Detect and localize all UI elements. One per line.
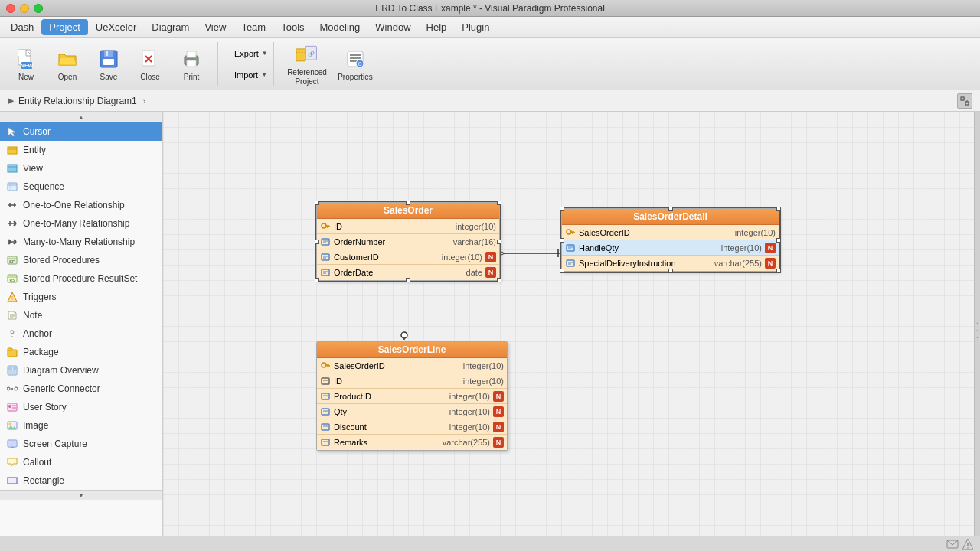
handle-tl[interactable] bbox=[560, 207, 564, 211]
panel-item-sequence[interactable]: Sequence bbox=[0, 178, 162, 196]
svg-rect-92 bbox=[8, 441, 16, 446]
panel-item-one-to-one[interactable]: One-to-One Relationship bbox=[0, 196, 162, 214]
sol-row-id[interactable]: ID integer(10) bbox=[317, 373, 507, 389]
scroll-up[interactable]: ▲ bbox=[0, 112, 162, 122]
panel-item-many-to-many[interactable]: Many-to-Many Relationship bbox=[0, 233, 162, 251]
sales-order-row-customerid[interactable]: CustomerID integer(10) N bbox=[317, 249, 499, 265]
properties-button[interactable]: ⚙ Properties bbox=[335, 42, 375, 86]
notification-icon[interactable] bbox=[962, 538, 974, 550]
handle-tl[interactable] bbox=[315, 201, 319, 205]
handle-bl[interactable] bbox=[560, 269, 564, 273]
handle-tr[interactable] bbox=[776, 207, 781, 211]
svg-rect-113 bbox=[322, 254, 329, 260]
handle-tm[interactable] bbox=[406, 201, 410, 205]
referenced-project-button[interactable]: 🔗 Referenced Project bbox=[280, 42, 334, 86]
sol-row-remarks[interactable]: Remarks varchar(255) N bbox=[317, 435, 507, 450]
field-type: integer(10) bbox=[735, 228, 776, 237]
maximize-button[interactable] bbox=[34, 4, 43, 13]
panel-item-entity[interactable]: Entity bbox=[0, 141, 162, 159]
menu-view[interactable]: View bbox=[197, 19, 234, 35]
panel-item-stored-proc-result[interactable]: RS Stored Procedure ResultSet bbox=[0, 269, 162, 288]
save-button[interactable]: Save bbox=[89, 42, 129, 86]
rectangle-icon bbox=[6, 474, 18, 487]
field-name: OrderNumber bbox=[334, 237, 450, 246]
panel-item-cursor[interactable]: Cursor bbox=[0, 122, 162, 141]
col-icon bbox=[565, 243, 576, 253]
right-resize-handle[interactable]: · · · bbox=[974, 112, 980, 551]
callout-icon bbox=[6, 456, 18, 468]
diagram-overview-icon bbox=[6, 364, 18, 377]
canvas-area[interactable]: SalesOrder ID integer(10) OrderNumber va… bbox=[163, 112, 980, 551]
panel-item-anchor[interactable]: Anchor bbox=[0, 324, 162, 343]
svg-rect-74 bbox=[8, 348, 12, 350]
panel-item-rectangle[interactable]: Rectangle bbox=[0, 471, 162, 490]
sol-row-salesorderid[interactable]: SalesOrderID integer(10) bbox=[317, 358, 507, 373]
handle-ml[interactable] bbox=[315, 240, 319, 244]
panel-item-view[interactable]: View bbox=[0, 159, 162, 178]
export-split-button[interactable]: Export ▼ bbox=[226, 44, 272, 64]
breadcrumb-diagram[interactable]: Entity Relationship Diagram1 bbox=[18, 96, 137, 106]
resize-dots: · · · bbox=[973, 322, 980, 341]
panel-item-triggers[interactable]: ! Triggers bbox=[0, 288, 162, 306]
handle-ml[interactable] bbox=[560, 238, 564, 243]
handle-bm[interactable] bbox=[406, 278, 410, 282]
panel-item-generic-connector[interactable]: Generic Connector bbox=[0, 380, 162, 398]
handle-bm[interactable] bbox=[668, 269, 673, 273]
menu-help[interactable]: Help bbox=[419, 19, 455, 35]
handle-tm[interactable] bbox=[668, 207, 673, 211]
minimize-button[interactable] bbox=[20, 4, 29, 13]
menu-diagram[interactable]: Diagram bbox=[144, 19, 197, 35]
handle-br[interactable] bbox=[497, 278, 501, 282]
panel-item-one-to-many[interactable]: One-to-Many Relationship bbox=[0, 214, 162, 233]
sol-row-productid[interactable]: ProductID integer(10) N bbox=[317, 389, 507, 404]
import-split-button[interactable]: Import ▼ bbox=[226, 65, 272, 85]
sales-order-row-ordernumber[interactable]: OrderNumber varchar(16) bbox=[317, 234, 499, 249]
menu-tools[interactable]: Tools bbox=[273, 19, 312, 35]
close-button[interactable] bbox=[6, 4, 15, 13]
fit-icon bbox=[960, 96, 969, 106]
panel-item-image[interactable]: Image bbox=[0, 416, 162, 435]
menu-uexceler[interactable]: UeXceler bbox=[88, 19, 144, 35]
menu-modeling[interactable]: Modeling bbox=[312, 19, 368, 35]
sales-order-line-table[interactable]: SalesOrderLine SalesOrderID integer(10) … bbox=[316, 341, 508, 451]
sales-order-row-id[interactable]: ID integer(10) bbox=[317, 219, 499, 234]
sol-row-qty[interactable]: Qty integer(10) N bbox=[317, 404, 507, 419]
field-type: integer(10) bbox=[463, 361, 504, 370]
fit-button[interactable] bbox=[957, 93, 972, 109]
panel-item-screen-capture[interactable]: Screen Capture bbox=[0, 435, 162, 453]
panel-item-diagram-overview[interactable]: Diagram Overview bbox=[0, 361, 162, 380]
handle-mr[interactable] bbox=[776, 238, 781, 243]
menu-window[interactable]: Window bbox=[368, 19, 418, 35]
panel-item-user-story[interactable]: User Story bbox=[0, 398, 162, 416]
menu-plugin[interactable]: Plugin bbox=[454, 19, 497, 35]
handle-mr[interactable] bbox=[497, 240, 501, 244]
panel-item-stored-procedures[interactable]: SP Stored Procedures bbox=[0, 251, 162, 269]
sales-order-table[interactable]: SalesOrder ID integer(10) OrderNumber va… bbox=[316, 202, 500, 281]
sod-row-salesorderid[interactable]: SalesOrderID integer(10) bbox=[562, 225, 779, 240]
sales-order-detail-table[interactable]: SalesOrderDetail SalesOrderID integer(10… bbox=[561, 208, 779, 272]
sol-row-discount[interactable]: Discount integer(10) N bbox=[317, 419, 507, 435]
col-icon bbox=[320, 391, 331, 402]
handle-tr[interactable] bbox=[497, 201, 501, 205]
user-story-icon bbox=[6, 401, 18, 413]
close-doc-button[interactable]: Close bbox=[130, 42, 170, 86]
null-badge: N bbox=[493, 422, 504, 432]
open-button[interactable]: Open bbox=[47, 42, 87, 86]
field-name: ID bbox=[334, 222, 452, 231]
sales-order-header: SalesOrder bbox=[317, 203, 499, 219]
svg-rect-110 bbox=[322, 239, 329, 245]
handle-br[interactable] bbox=[776, 269, 781, 273]
handle-bl[interactable] bbox=[315, 278, 319, 282]
new-button[interactable]: NEW New bbox=[6, 42, 46, 86]
menu-project[interactable]: Project bbox=[41, 19, 87, 35]
print-button[interactable]: Print bbox=[172, 42, 211, 86]
mail-icon[interactable] bbox=[946, 538, 959, 550]
scroll-down[interactable]: ▼ bbox=[0, 490, 162, 500]
panel-item-package[interactable]: Package bbox=[0, 343, 162, 361]
svg-rect-93 bbox=[8, 478, 17, 484]
panel-item-callout[interactable]: Callout bbox=[0, 453, 162, 471]
menu-team[interactable]: Team bbox=[234, 19, 273, 35]
menu-dash[interactable]: Dash bbox=[3, 19, 41, 35]
panel-item-note[interactable]: Note bbox=[0, 306, 162, 324]
sod-row-handleqty[interactable]: HandleQty integer(10) N bbox=[562, 240, 779, 256]
